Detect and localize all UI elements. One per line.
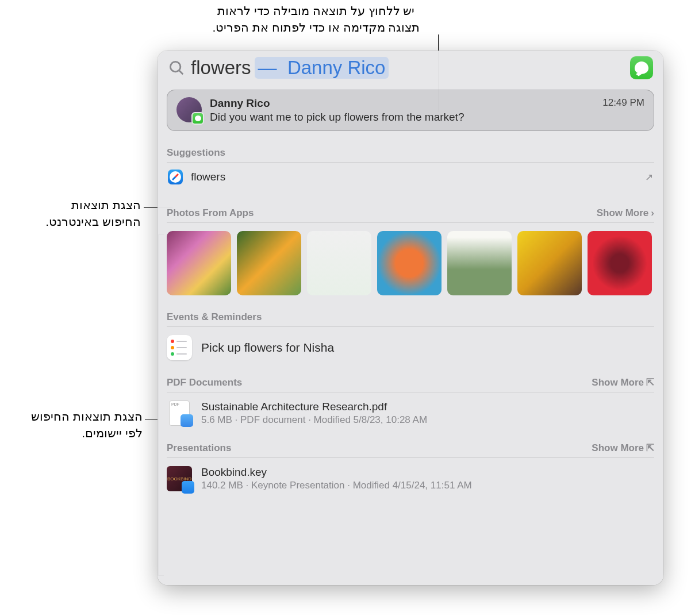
- photo-thumbnail[interactable]: [377, 231, 442, 295]
- section-suggestions: Suggestions flowers ↗: [167, 147, 654, 191]
- messages-badge-icon: [191, 112, 204, 125]
- keynote-file-item[interactable]: BOOKBIND Bookbind.key 140.2 MB · Keynote…: [167, 466, 654, 491]
- top-result-message[interactable]: Danny Rico Did you want me to pick up fl…: [167, 90, 654, 131]
- suggestion-text: flowers: [191, 171, 225, 183]
- photo-thumbnail[interactable]: [517, 231, 582, 295]
- reminder-item[interactable]: Pick up flowers for Nisha: [167, 335, 654, 360]
- external-link-icon: ⇱: [646, 442, 654, 454]
- file-metadata: 5.6 MB · PDF document · Modified 5/8/23,…: [201, 414, 427, 426]
- search-icon: [168, 59, 185, 76]
- web-search-suggestion[interactable]: flowers ↗: [167, 163, 654, 191]
- section-presentations: Presentations Show More ⇱ BOOKBIND Bookb…: [167, 442, 654, 491]
- show-more-button[interactable]: Show More ⇱: [592, 376, 654, 388]
- open-external-icon: ↗: [645, 171, 653, 183]
- photo-thumbnail[interactable]: [167, 231, 231, 295]
- pdf-file-item[interactable]: Sustainable Architecture Research.pdf 5.…: [167, 401, 654, 426]
- section-title: PDF Documents: [167, 377, 242, 388]
- file-metadata: 140.2 MB · Keynote Presentation · Modifi…: [201, 480, 472, 491]
- svg-line-1: [179, 71, 183, 74]
- show-more-button[interactable]: Show More ⇱: [592, 442, 654, 454]
- keynote-file-icon: BOOKBIND: [167, 466, 192, 491]
- photo-thumbnail[interactable]: [588, 231, 652, 295]
- safari-icon: [168, 170, 183, 184]
- annotation-web-results: הצגת תוצאות החיפוש באינטרנט.: [17, 197, 141, 230]
- search-query: flowers: [191, 57, 251, 79]
- message-preview: Did you want me to pick up flowers from …: [210, 111, 602, 124]
- chevron-right-icon: ›: [651, 207, 654, 219]
- annotation-line: [145, 419, 159, 419]
- reminder-title: Pick up flowers for Nisha: [201, 341, 334, 355]
- photo-thumbnail[interactable]: [447, 231, 512, 295]
- message-time: 12:49 PM: [602, 97, 644, 109]
- annotation-app-results: הצגת תוצאות החיפוש לפי יישומים.: [10, 408, 143, 442]
- section-title: Suggestions: [167, 147, 225, 159]
- pdf-file-icon: [167, 401, 192, 426]
- show-more-button[interactable]: Show More ›: [597, 207, 654, 219]
- section-pdf-documents: PDF Documents Show More ⇱ Sustainable Ar…: [167, 376, 654, 426]
- contact-name: Danny Rico: [210, 97, 602, 110]
- section-photos: Photos From Apps Show More ›: [167, 207, 654, 295]
- reminders-app-icon: [167, 335, 192, 360]
- search-inline-suggestion[interactable]: — Danny Rico: [255, 57, 389, 79]
- section-title: Events & Reminders: [167, 311, 262, 323]
- photo-thumbnail[interactable]: [237, 231, 301, 295]
- annotation-top-result: יש ללחוץ על תוצאה מובילה כדי לראות תצוגה…: [193, 2, 440, 36]
- messages-app-icon[interactable]: [630, 56, 653, 79]
- search-bar[interactable]: flowers — Danny Rico: [158, 51, 663, 85]
- contact-avatar: [176, 97, 202, 122]
- external-link-icon: ⇱: [646, 376, 654, 388]
- file-name: Sustainable Architecture Research.pdf: [201, 401, 427, 413]
- svg-point-0: [170, 61, 181, 72]
- photo-thumbnail[interactable]: [307, 231, 371, 295]
- file-name: Bookbind.key: [201, 466, 472, 479]
- speech-bubble-icon: [635, 61, 648, 74]
- spotlight-window: flowers — Danny Rico Danny Rico Did you …: [158, 51, 663, 585]
- section-title: Presentations: [167, 442, 231, 454]
- section-events-reminders: Events & Reminders Pick up flowers for N…: [167, 311, 654, 360]
- section-title: Photos From Apps: [167, 207, 254, 219]
- photos-row: [167, 231, 654, 295]
